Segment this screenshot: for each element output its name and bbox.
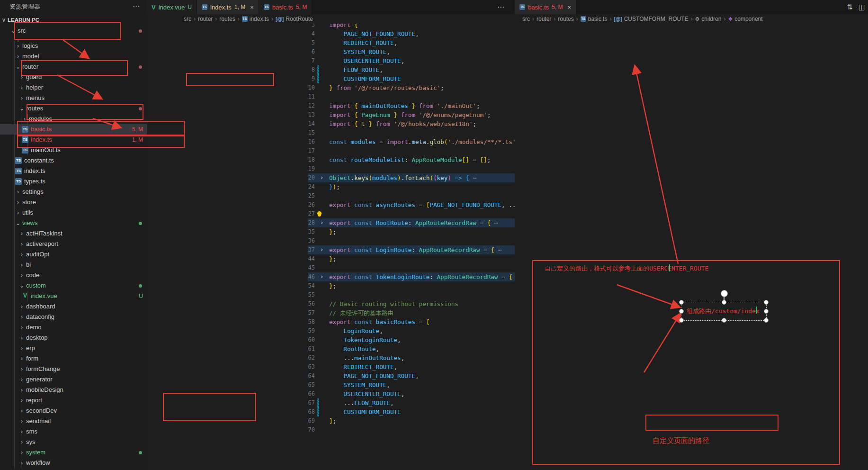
tree-item-system[interactable]: ›system xyxy=(0,447,147,458)
tree-item-types.ts[interactable]: TStypes.ts xyxy=(0,176,147,187)
fold-chevron-icon[interactable]: › xyxy=(320,218,323,227)
code-line[interactable]: RootRoute, xyxy=(329,344,379,353)
selection-handle[interactable] xyxy=(764,318,769,323)
tree-item-code[interactable]: ›code xyxy=(0,270,147,280)
middle-tab-actions-icon[interactable]: ⋯ xyxy=(497,0,504,14)
tree-item-store[interactable]: ›store xyxy=(0,197,147,208)
tree-item-router[interactable]: ⌄router xyxy=(0,62,147,72)
code-line[interactable]: }; xyxy=(329,254,336,263)
breadcrumb-item[interactable]: CUSTOMFORM_ROUTE xyxy=(624,16,689,22)
code-line[interactable]: TokenLoginRoute, xyxy=(329,335,401,344)
code-line[interactable]: } from '/@/router/routes/basic'; xyxy=(329,83,444,92)
explorer-more-icon[interactable]: ⋯ xyxy=(133,0,147,13)
tab-index.ts[interactable]: TSindex.ts1, M× xyxy=(197,0,259,14)
right-breadcrumb[interactable]: src›router›routes›TSbasic.ts›[@]CUSTOMFO… xyxy=(515,14,868,24)
tree-item-sendmail[interactable]: ›sendmail xyxy=(0,416,147,426)
code-line[interactable]: // 未经许可的基本路由 xyxy=(329,308,394,317)
breadcrumb-item[interactable]: src xyxy=(522,16,530,22)
code-line[interactable]: PAGE_NOT_FOUND_ROUTE, xyxy=(329,29,419,38)
tree-item-dataconfig[interactable]: ›dataconfig xyxy=(0,312,147,322)
selection-handle[interactable] xyxy=(764,309,769,314)
selection-handle[interactable] xyxy=(679,309,684,314)
code-line[interactable]: Object.keys(modules).forEach((key) => { … xyxy=(329,173,476,182)
tree-item-form[interactable]: ›form xyxy=(0,353,147,364)
tree-item-bi[interactable]: ›bi xyxy=(0,260,147,270)
code-line[interactable]: }; xyxy=(329,227,336,236)
code-line[interactable]: CUSTOMFORM_ROUTE xyxy=(329,74,401,83)
tree-item-index.ts[interactable]: TSindex.ts xyxy=(0,166,147,176)
breadcrumb-item[interactable]: children xyxy=(701,16,721,22)
code-line[interactable]: export const RootRoute: AppRouteRecordRa… xyxy=(329,218,498,227)
code-line[interactable]: PAGE_NOT_FOUND_ROUTE, xyxy=(329,371,419,380)
fold-chevron-icon[interactable]: › xyxy=(320,245,323,254)
code-line[interactable]: ...mainOutRoutes, xyxy=(329,353,404,362)
tab-basic.ts[interactable]: TSbasic.ts5, M xyxy=(259,0,312,14)
code-line[interactable]: LoginRoute, xyxy=(329,326,383,335)
code-line[interactable]: }); xyxy=(329,182,340,191)
code-line[interactable]: SYSTEM_ROUTE, xyxy=(329,380,390,389)
tree-item-report[interactable]: ›report xyxy=(0,395,147,406)
code-line[interactable]: ...FLOW_ROUTE, xyxy=(329,398,394,407)
code-line[interactable]: export const LoginRoute: AppRouteRecordR… xyxy=(329,245,501,254)
middle-breadcrumb[interactable]: src›router›routes›TSindex.ts›[@]RootRout… xyxy=(147,14,515,24)
code-line[interactable]: export const basicRoutes = [ xyxy=(329,317,430,326)
tree-item-mainOut.ts[interactable]: TSmainOut.ts xyxy=(0,145,147,155)
tree-item-erp[interactable]: ›erp xyxy=(0,343,147,353)
tree-item-dashboard[interactable]: ›dashboard xyxy=(0,301,147,312)
tree-item-utils[interactable]: ›utils xyxy=(0,208,147,218)
code-line[interactable]: REDIRECT_ROUTE, xyxy=(329,38,397,47)
code-line[interactable]: REDIRECT_ROUTE, xyxy=(329,362,397,371)
tree-item-secondDev[interactable]: ›secondDev xyxy=(0,406,147,416)
rotate-handle[interactable] xyxy=(721,290,728,297)
code-line[interactable]: ]; xyxy=(329,416,336,425)
breadcrumb-item[interactable]: RootRoute xyxy=(286,16,313,22)
fold-chevron-icon[interactable]: › xyxy=(320,173,323,182)
tree-item-views[interactable]: ⌄views xyxy=(0,218,147,228)
tree-item-activereport[interactable]: ›activereport xyxy=(0,239,147,249)
breadcrumb-item[interactable]: basic.ts xyxy=(588,16,608,22)
tree-item-modules[interactable]: ›modules xyxy=(0,114,147,124)
tree-item-sys[interactable]: ›sys xyxy=(0,437,147,447)
code-line[interactable]: import { t } from '/@/hooks/web/useI18n'… xyxy=(329,119,476,128)
selection-handle[interactable] xyxy=(722,300,726,305)
code-line[interactable]: export const TokenLoginRoute: AppRouteRe… xyxy=(329,272,519,281)
tree-item-desktop[interactable]: ›desktop xyxy=(0,333,147,343)
close-icon[interactable]: × xyxy=(250,4,254,11)
breadcrumb-item[interactable]: routes xyxy=(219,16,235,22)
compare-changes-icon[interactable]: ⇅ xyxy=(847,3,853,11)
code-line[interactable]: import { PageEnum } from '/@/enums/pageE… xyxy=(329,110,491,119)
tree-item-demo[interactable]: ›demo xyxy=(0,322,147,333)
code-line[interactable]: // Basic routing without permissions xyxy=(329,299,458,308)
tree-item-sms[interactable]: ›sms xyxy=(0,426,147,437)
tree-item-constant.ts[interactable]: TSconstant.ts xyxy=(0,155,147,166)
code-line[interactable]: USERCENTER_ROUTE, xyxy=(329,56,404,65)
tree-item-guard[interactable]: ›guard xyxy=(0,72,147,82)
tree-item-workflow[interactable]: ›workflow xyxy=(0,458,147,468)
breadcrumb-item[interactable]: router xyxy=(537,16,551,22)
breadcrumb-item[interactable]: router xyxy=(198,16,213,22)
breadcrumb-item[interactable]: component xyxy=(734,16,762,22)
tree-item-index.ts[interactable]: TSindex.ts1, M xyxy=(0,135,147,145)
split-editor-icon[interactable]: ◫ xyxy=(859,3,865,11)
tree-item-formChange[interactable]: ›formChange xyxy=(0,364,147,374)
fold-chevron-icon[interactable]: › xyxy=(320,272,323,281)
tree-item-generator[interactable]: ›generator xyxy=(0,374,147,385)
tree-item-logics[interactable]: ›logics xyxy=(0,41,147,51)
code-line[interactable]: const routeModuleList: AppRouteModule[] … xyxy=(329,155,491,164)
tree-item-helper[interactable]: ›helper xyxy=(0,82,147,93)
tab-basic.ts[interactable]: TSbasic.ts5, M× xyxy=(515,0,576,14)
project-root-item[interactable]: ∨LEARUN PC xyxy=(0,14,147,26)
code-line[interactable]: USERCENTER_ROUTE, xyxy=(329,389,404,398)
close-icon[interactable]: × xyxy=(567,4,571,11)
tree-item-mobileDesign[interactable]: ›mobileDesign xyxy=(0,385,147,395)
selection-handle[interactable] xyxy=(679,318,684,323)
code-line[interactable]: CUSTOMFORM_ROUTE xyxy=(329,407,401,416)
tree-item-model[interactable]: ›model xyxy=(0,51,147,62)
tab-index.vue[interactable]: Vindex.vueU xyxy=(147,0,197,14)
tree-item-index.vue[interactable]: Vindex.vueU xyxy=(0,291,147,301)
selection-handle[interactable] xyxy=(764,300,769,305)
code-line[interactable]: FLOW_ROUTE, xyxy=(329,65,383,74)
tree-item-custom[interactable]: ⌄custom xyxy=(0,280,147,291)
selection-handle[interactable] xyxy=(722,318,726,323)
tree-item-routes[interactable]: ⌄routes xyxy=(0,103,147,114)
